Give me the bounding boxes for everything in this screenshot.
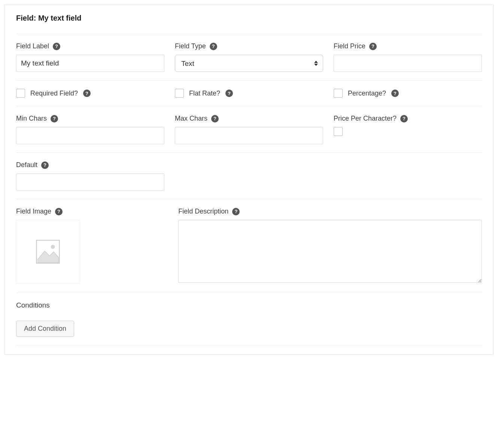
- col-required: Required Field? ?: [16, 89, 164, 98]
- label-max-chars: Max Chars: [175, 115, 207, 122]
- flat-rate-checkbox[interactable]: [175, 89, 184, 98]
- label-flat-rate: Flat Rate?: [189, 90, 220, 97]
- label-field-price: Field Price: [334, 42, 365, 50]
- help-icon[interactable]: ?: [83, 90, 91, 97]
- col-field-type: Field Type ? Text: [175, 42, 323, 72]
- label-default: Default: [16, 161, 37, 169]
- col-field-description: Field Description ?: [178, 208, 482, 284]
- help-icon[interactable]: ?: [55, 208, 63, 215]
- field-price-input[interactable]: [334, 55, 482, 72]
- col-field-image: Field Image ?: [16, 208, 168, 284]
- percentage-checkbox[interactable]: [334, 89, 343, 98]
- col-percentage: Percentage? ?: [334, 89, 482, 98]
- label-price-per-char: Price Per Character?: [334, 115, 397, 122]
- label-percentage: Percentage?: [348, 90, 386, 97]
- row-basic: Field Label ? Field Type ? Text Field Pr…: [16, 34, 482, 80]
- field-label-input[interactable]: [16, 55, 164, 72]
- field-settings-panel: Field: My text field Field Label ? Field…: [4, 4, 494, 355]
- label-required-field: Required Field?: [30, 90, 78, 97]
- max-chars-input[interactable]: [175, 127, 323, 144]
- row-conditions: Conditions Add Condition: [16, 293, 482, 345]
- help-icon[interactable]: ?: [400, 115, 408, 122]
- help-icon[interactable]: ?: [369, 43, 377, 50]
- required-field-checkbox[interactable]: [16, 89, 25, 98]
- add-condition-button[interactable]: Add Condition: [16, 321, 74, 337]
- col-default: Default ?: [16, 161, 164, 191]
- col-field-label: Field Label ?: [16, 42, 164, 72]
- help-icon[interactable]: ?: [211, 115, 219, 122]
- help-icon[interactable]: ?: [41, 161, 49, 169]
- help-icon[interactable]: ?: [232, 208, 240, 215]
- help-icon[interactable]: ?: [225, 90, 233, 97]
- panel-title-name: My text field: [38, 14, 82, 22]
- image-placeholder-icon: [35, 239, 61, 265]
- col-flat-rate: Flat Rate? ?: [175, 89, 323, 98]
- svg-point-1: [51, 245, 55, 249]
- col-min-chars: Min Chars ?: [16, 115, 164, 144]
- label-field-type: Field Type: [175, 42, 206, 50]
- min-chars-input[interactable]: [16, 127, 164, 144]
- row-checkboxes: Required Field? ? Flat Rate? ? Percentag…: [16, 80, 482, 106]
- panel-title-prefix: Field:: [16, 14, 36, 22]
- default-input[interactable]: [16, 173, 164, 191]
- col-max-chars: Max Chars ?: [175, 115, 323, 144]
- panel-title: Field: My text field: [16, 14, 482, 22]
- row-image-description: Field Image ? Field Description ?: [16, 199, 482, 293]
- help-icon[interactable]: ?: [210, 43, 217, 50]
- row-char-limits: Min Chars ? Max Chars ? Price Per Charac…: [16, 106, 482, 152]
- col-field-price: Field Price ?: [334, 42, 482, 72]
- help-icon[interactable]: ?: [53, 43, 60, 50]
- field-description-textarea[interactable]: [178, 220, 482, 283]
- label-min-chars: Min Chars: [16, 115, 47, 122]
- help-icon[interactable]: ?: [51, 115, 58, 122]
- label-field-image: Field Image: [16, 208, 51, 215]
- field-type-select[interactable]: Text: [175, 55, 323, 72]
- label-field-description: Field Description: [178, 208, 228, 215]
- label-conditions: Conditions: [16, 301, 482, 309]
- field-image-placeholder[interactable]: [16, 220, 80, 284]
- help-icon[interactable]: ?: [391, 90, 399, 97]
- price-per-char-checkbox[interactable]: [334, 127, 343, 136]
- col-price-per-char: Price Per Character? ?: [334, 115, 482, 144]
- label-field-label: Field Label: [16, 42, 49, 50]
- row-default: Default ?: [16, 152, 482, 199]
